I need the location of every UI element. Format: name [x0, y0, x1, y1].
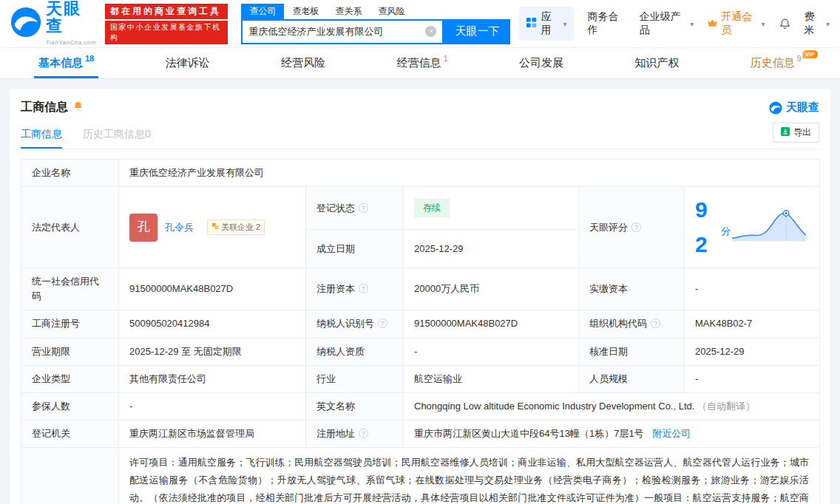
score-unit: 分 — [721, 224, 731, 239]
section-title: 工商信息 — [21, 100, 68, 115]
label-legal-rep: 法定代表人 — [21, 187, 119, 268]
label-taxpayer-quality: 纳税人资质 — [306, 338, 404, 365]
tab-basic-info[interactable]: 基本信息 18 — [34, 48, 98, 78]
tab-label: 历史信息 — [751, 56, 795, 70]
user-menu[interactable]: 费米 ▾ — [805, 10, 830, 37]
apps-menu[interactable]: 应用 ▾ — [519, 7, 574, 41]
related-companies-icon — [211, 221, 219, 234]
legal-rep-avatar[interactable]: 孔 — [129, 214, 158, 242]
label-establish-date: 成立日期 — [306, 230, 404, 268]
tab-label: 法律诉讼 — [166, 56, 210, 70]
help-icon[interactable]: ? — [359, 429, 368, 438]
tab-operating-info[interactable]: 经营信息 1 — [392, 48, 452, 78]
value-reg-status: 存续 — [404, 187, 579, 230]
brand-domain: TianYanCha.com — [46, 39, 96, 46]
help-icon[interactable]: ? — [631, 222, 641, 232]
tab-intellectual-property[interactable]: 知识产权 — [630, 48, 683, 78]
label-business-scope: 经营范围? — [21, 448, 119, 504]
subscribe-bell-icon[interactable] — [72, 101, 84, 115]
subtab-current-registration[interactable]: 工商信息 — [21, 125, 62, 149]
chevron-down-icon: ▾ — [762, 20, 765, 28]
nav-open-vip[interactable]: 开通会员 ▾ — [707, 10, 765, 37]
label-reg-number: 工商注册号 — [21, 310, 119, 338]
related-companies-label: 关联企业 2 — [221, 221, 260, 234]
search-tabs: 查公司 查老板 查关系 查风险 — [241, 4, 510, 19]
help-icon[interactable]: ? — [359, 284, 368, 293]
tab-count: 9 — [797, 54, 802, 63]
label-org-code: 组织机构代码? — [579, 310, 685, 338]
value-reg-capital: 20000万人民币 — [404, 268, 579, 310]
top-bar: 天眼查 TianYanCha.com 都在用的商业查询工具 国家中小企业发展基金… — [0, 0, 840, 47]
help-icon[interactable]: ? — [359, 203, 368, 213]
tab-company-development[interactable]: 公司发展 — [515, 48, 568, 78]
label-reg-capital: 注册资本? — [306, 268, 404, 310]
username: 费米 — [805, 10, 823, 37]
notifications-bell[interactable] — [779, 18, 791, 30]
value-legal-rep: 孔 孔令兵 关联企业 2 — [119, 187, 306, 268]
grid-icon — [526, 18, 536, 30]
legal-rep-link[interactable]: 孔令兵 — [165, 220, 194, 235]
export-button[interactable]: 导出 — [773, 123, 819, 143]
value-reg-number: 500905020412984 — [119, 310, 306, 338]
label-business-term: 营业期限 — [21, 338, 119, 365]
value-insured-count: - — [119, 392, 306, 420]
apps-label: 应用 — [541, 10, 558, 37]
search-input[interactable] — [248, 26, 425, 37]
business-info-card: 工商信息 天眼查 工商信息 历史工商信息0 导出 — [10, 89, 830, 504]
score-number[interactable]: 92 — [695, 193, 719, 262]
value-english-name: Chongqing Low altitude Economic Industry… — [404, 392, 820, 420]
search-button[interactable]: 天眼一下 — [444, 19, 510, 44]
nav-business-coop[interactable]: 商务合作 — [587, 10, 626, 37]
related-companies-badge[interactable]: 关联企业 2 — [207, 219, 265, 235]
clear-search-icon[interactable]: × — [425, 26, 436, 37]
search-tab-company[interactable]: 查公司 — [241, 4, 284, 19]
tab-history-info[interactable]: 历史信息 9 VIP — [746, 48, 806, 78]
brand-name: 天眼查 — [46, 0, 96, 34]
slogan-line1: 都在用的商业查询工具 — [105, 4, 228, 19]
tab-label: 经营风险 — [281, 56, 325, 70]
search-tab-relation[interactable]: 查关系 — [327, 4, 370, 19]
search-tab-boss[interactable]: 查老板 — [284, 4, 327, 19]
nearby-companies-link[interactable]: 附近公司 — [652, 428, 691, 439]
tab-legal-cases[interactable]: 法律诉讼 — [161, 48, 214, 78]
label-company-name: 企业名称 — [21, 160, 119, 187]
search-area: 查公司 查老板 查关系 查风险 × 天眼一下 — [241, 4, 510, 44]
chevron-down-icon: ▾ — [826, 20, 830, 28]
export-label: 导出 — [793, 126, 811, 139]
tab-operating-risk[interactable]: 经营风险 — [277, 48, 330, 78]
nav-enterprise-products[interactable]: 企业级产品 ▾ — [640, 10, 694, 37]
watermark-text: 天眼查 — [786, 101, 819, 115]
tab-label: 公司发展 — [519, 56, 563, 70]
search-box: × — [241, 19, 444, 44]
label-reg-status: 登记状态? — [306, 187, 404, 230]
search-tab-risk[interactable]: 查风险 — [370, 4, 413, 19]
score-chart[interactable] — [731, 206, 809, 249]
label-insured-count: 参保人数 — [21, 392, 119, 420]
help-icon[interactable]: ? — [378, 319, 387, 328]
value-business-term: 2025-12-29 至 无固定期限 — [119, 338, 306, 365]
label-industry: 行业 — [306, 365, 404, 392]
enterprise-label: 企业级产品 — [640, 10, 688, 37]
value-taxpayer-quality: - — [404, 338, 579, 365]
chevron-down-icon: ▾ — [690, 20, 694, 28]
tab-label: 知识产权 — [634, 56, 679, 70]
value-reg-address: 重庆市两江新区黄山大道中段64号13幢（1栋）7层1号 附近公司 — [404, 420, 820, 447]
crown-icon — [707, 18, 718, 30]
page-content: 工商信息 天眼查 工商信息 历史工商信息0 导出 — [0, 79, 840, 504]
slogan-line2: 国家中小企业发展基金旗下机构 — [105, 21, 228, 44]
subtab-history-registration[interactable]: 历史工商信息0 — [83, 125, 151, 149]
brand-slogan: 都在用的商业查询工具 国家中小企业发展基金旗下机构 — [105, 4, 228, 44]
label-staff-size: 人员规模 — [579, 365, 685, 392]
vip-label: 开通会员 — [721, 10, 758, 37]
label-score: 天眼评分? — [579, 187, 685, 268]
tianyancha-logo[interactable]: 天眼查 TianYanCha.com — [10, 0, 96, 47]
help-icon[interactable]: ? — [651, 319, 660, 328]
value-staff-size: - — [685, 365, 820, 392]
label-english-name: 英文名称 — [306, 392, 404, 420]
value-company-name: 重庆低空经济产业发展有限公司 — [119, 160, 820, 187]
tianyancha-logo-icon — [10, 7, 41, 41]
value-credit-code: 91500000MAK48B027D — [119, 268, 306, 310]
value-business-scope: 许可项目：通用航空服务；飞行训练；民用航空器驾驶员培训；民用航空器维修人员培训；… — [119, 448, 820, 504]
company-info-table: 企业名称 重庆低空经济产业发展有限公司 法定代表人 孔 孔令兵 关联企业 2 — [21, 159, 820, 504]
value-company-type: 其他有限责任公司 — [119, 365, 306, 392]
